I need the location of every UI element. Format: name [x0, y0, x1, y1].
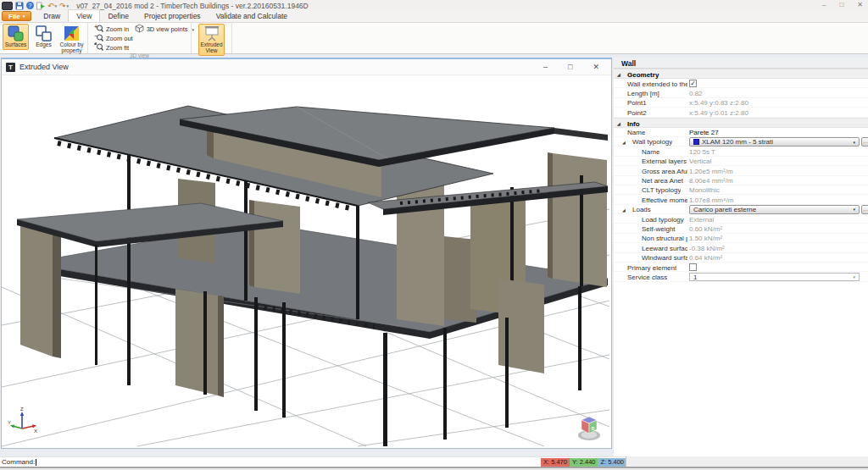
minimize-button[interactable]: – [543, 63, 548, 71]
collapse-icon[interactable]: ◢ [622, 207, 626, 213]
edges-button[interactable]: Edges [31, 24, 57, 50]
axis-z-label: Z [20, 406, 24, 412]
zoom-fit-button[interactable]: Zoom fit [94, 44, 133, 52]
tab-view[interactable]: View [68, 9, 100, 22]
browse-button[interactable]: … [861, 137, 868, 147]
extruded-view-icon [203, 25, 221, 42]
collapse-icon[interactable]: ◢ [617, 72, 620, 77]
row-loads: ◢ Loads Carico pareti esterne ▾ … [614, 205, 868, 214]
property-panel: Wall ◢ Geometry Wall extended to the fl.… [614, 58, 868, 467]
collapse-icon[interactable]: ◢ [617, 121, 620, 126]
file-menu-button[interactable]: File ▾ [2, 11, 31, 21]
ribbon: Surfaces Edges Colour by property Aspect [0, 23, 868, 54]
cube-icon [135, 24, 144, 35]
text-cursor [36, 459, 36, 466]
name-field[interactable]: Parete 27 [689, 129, 719, 136]
panel-title: Wall [614, 58, 868, 69]
close-button[interactable]: ✕ [593, 63, 599, 71]
window-title: v07_27_04_2016 mod 2 - TimberTech Buildi… [76, 2, 309, 10]
row-primary-element: Primary element [614, 263, 868, 272]
row-service-class: Service class 1 ▾ [614, 272, 868, 281]
zoom-in-button[interactable]: + Zoom in [94, 25, 133, 33]
axis-triad: Z Y X [8, 405, 38, 437]
row-clt-typology: CLT typology Monolithic [614, 185, 868, 195]
zoom-out-button[interactable]: − Zoom out [94, 35, 133, 42]
building-model-svg[interactable] [2, 75, 609, 447]
chevron-down-icon[interactable]: ▾ [67, 3, 70, 8]
navigation-cube[interactable]: B [574, 412, 604, 442]
tab-draw[interactable]: Draw [36, 10, 68, 22]
app-menu-icon[interactable] [2, 2, 13, 10]
wall-extended-checkbox[interactable]: ✓ [689, 80, 697, 87]
tab-validate-and-calculate[interactable]: Validate and Calculate [209, 10, 295, 22]
3d-view-points-button[interactable]: 3D view points ▾ [135, 25, 194, 33]
extruded-view-button[interactable]: Extruded View [198, 24, 225, 56]
row-non-structural: Non structural per... 1.50 kN/m² [614, 234, 868, 243]
statusbar-filler [626, 456, 868, 467]
extruded-view-window: T Extruded View – □ ✕ [1, 58, 612, 449]
ribbon-group-extruded-view: Extruded View Extruded View [192, 23, 232, 53]
chevron-down-icon: ▾ [853, 274, 855, 279]
coordinate-z: Z: 5.400 [598, 458, 626, 467]
building-model [17, 106, 608, 446]
row-wall-typology: ◢ Wall typology XLAM 120 mm - 5 strati ▾… [614, 137, 868, 147]
section-info[interactable]: ◢ Info [614, 118, 868, 128]
row-wall-extended: Wall extended to the fl... ✓ [614, 79, 868, 88]
command-label: Command: [2, 458, 35, 466]
row-self-weight: Self-weight 0.60 kN/m² [614, 224, 868, 233]
quick-access-toolbar: ? ↶▾ ↷▾ [0, 1, 69, 10]
tab-project-properties[interactable]: Project properties [136, 10, 209, 22]
browse-button[interactable]: … [861, 205, 868, 214]
chevron-down-icon: ▾ [853, 207, 855, 212]
row-point1: Point1 x:5.49 y:0.83 z:2.80 [614, 98, 868, 108]
axis-x-label: X [34, 429, 37, 434]
viewport-3d-canvas[interactable]: Z Y X B [2, 75, 609, 447]
undo-icon[interactable]: ↶▾ [47, 1, 57, 10]
collapse-icon[interactable]: ◢ [622, 140, 626, 145]
cube-face-label: B [592, 426, 595, 431]
maximize-button[interactable]: □ [839, 1, 843, 8]
save-icon[interactable] [15, 1, 24, 10]
row-gross-area: Gross area Afull 1.20e5 mm²/m [614, 166, 868, 175]
window-controls: – □ ✕ [822, 1, 863, 8]
axis-y-label: Y [8, 420, 11, 425]
row-net-area: Net area Anet 8.00e4 mm²/m [614, 176, 868, 185]
minimize-button[interactable]: – [822, 1, 826, 8]
coordinate-display: X: 5.470 Y: 2.440 Z: 5.400 [541, 458, 626, 467]
section-geometry[interactable]: ◢ Geometry [614, 69, 868, 79]
tab-define[interactable]: Define [100, 10, 136, 22]
close-button[interactable]: ✕ [857, 1, 863, 8]
loads-dropdown[interactable]: Carico pareti esterne ▾ [689, 205, 860, 214]
row-load-typology: Load typology External [614, 214, 868, 224]
typology-color-swatch [693, 139, 699, 145]
coordinate-x: X: 5.470 [541, 458, 570, 467]
row-typology-name: Name 120 5s T [614, 147, 868, 156]
timbertech-icon: T [6, 63, 15, 72]
wall-typology-dropdown[interactable]: XLAM 120 mm - 5 strati ▾ [689, 137, 860, 147]
primary-element-checkbox[interactable] [689, 263, 697, 271]
row-leeward-surface: Leeward surface -0.38 kN/m² [614, 243, 868, 252]
maximize-button[interactable]: □ [568, 63, 572, 71]
row-external-layers: External layers Vertical [614, 157, 868, 166]
ribbon-group-3d-view: + Zoom in − Zoom out Zoom fit [88, 23, 192, 53]
application-window: ? ↶▾ ↷▾ v07_27_04_2016 mod 2 - TimberTec… [0, 0, 868, 470]
colour-by-property-button[interactable]: Colour by property [58, 24, 85, 56]
row-length: Length [m] 0.82 [614, 88, 868, 97]
coordinate-y: Y: 2.440 [570, 458, 598, 467]
surfaces-icon [8, 25, 25, 42]
help-icon[interactable]: ? [26, 1, 34, 10]
edges-icon [36, 25, 53, 42]
viewport-title: Extruded View [19, 63, 69, 71]
row-windward-surface: Windward surface 0.64 kN/m² [614, 253, 868, 263]
export-icon[interactable] [36, 1, 45, 10]
command-bar[interactable]: Command: X: 5.470 Y: 2.440 Z: 5.400 [0, 456, 626, 467]
service-class-select[interactable]: 1 ▾ [689, 273, 860, 282]
chevron-down-icon[interactable]: ▾ [55, 3, 58, 8]
viewport-window-controls: – □ ✕ [543, 63, 599, 71]
row-effective-moment: Effective moment o... 1.07e8 mm⁴/m [614, 195, 868, 204]
chevron-down-icon: ▾ [23, 14, 25, 19]
surfaces-button[interactable]: Surfaces [3, 24, 29, 50]
colour-by-property-icon [64, 25, 81, 42]
row-name: Name Parete 27 [614, 128, 868, 137]
viewport-titlebar[interactable]: T Extruded View – □ ✕ [2, 59, 611, 75]
